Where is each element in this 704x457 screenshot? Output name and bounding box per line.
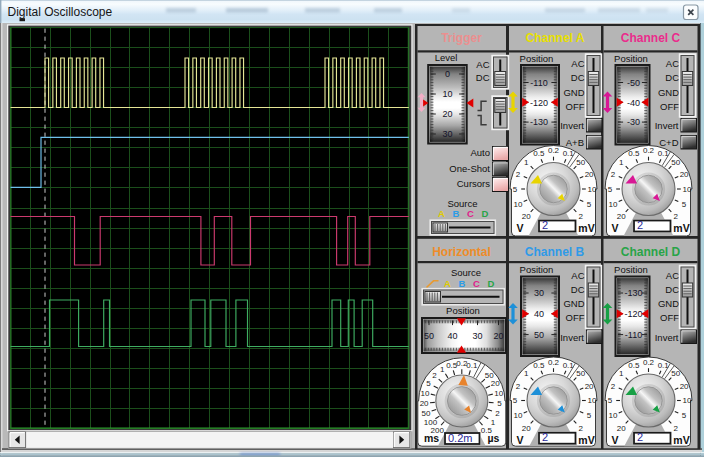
svg-text:Trigger: Trigger (441, 31, 482, 45)
svg-text:GND: GND (658, 87, 679, 98)
svg-text:-50: -50 (627, 78, 640, 88)
svg-text:40: 40 (534, 309, 544, 319)
svg-text:5: 5 (587, 411, 592, 420)
svg-text:100: 100 (424, 418, 438, 427)
svg-text:5: 5 (608, 396, 613, 405)
svg-text:5: 5 (426, 379, 431, 388)
svg-text:20: 20 (522, 212, 531, 221)
svg-text:A: A (444, 278, 451, 289)
svg-text:DC: DC (476, 72, 490, 83)
svg-text:mV: mV (578, 222, 594, 234)
svg-text:2: 2 (578, 212, 583, 221)
svg-text:C+D: C+D (659, 137, 678, 148)
svg-text:10: 10 (683, 185, 692, 194)
svg-text:A: A (438, 208, 445, 219)
svg-text:mV: mV (673, 222, 689, 234)
svg-text:5: 5 (513, 396, 518, 405)
svg-text:5: 5 (497, 399, 502, 408)
svg-text:10: 10 (683, 396, 692, 405)
svg-text:-120: -120 (530, 98, 548, 108)
svg-text:5: 5 (513, 185, 518, 194)
svg-text:10: 10 (420, 389, 429, 398)
svg-text:Invert: Invert (560, 332, 584, 343)
svg-text:Position: Position (614, 53, 648, 64)
svg-text:50: 50 (424, 331, 434, 341)
svg-text:Horizontal: Horizontal (432, 245, 491, 259)
svg-text:Auto: Auto (470, 147, 490, 158)
svg-text:AC: AC (571, 58, 584, 69)
svg-text:Channel A: Channel A (526, 31, 585, 45)
svg-text:30: 30 (534, 288, 544, 298)
svg-text:Channel D: Channel D (621, 245, 681, 259)
svg-text:40: 40 (447, 331, 457, 341)
svg-text:2: 2 (637, 431, 643, 443)
svg-text:-40: -40 (627, 98, 640, 108)
svg-text:D: D (482, 208, 489, 219)
svg-text:Position: Position (520, 264, 554, 275)
svg-text:2: 2 (611, 170, 616, 179)
svg-text:2: 2 (637, 219, 643, 231)
svg-text:50: 50 (422, 409, 431, 418)
svg-text:OFF: OFF (660, 101, 679, 112)
svg-text:10: 10 (608, 411, 617, 420)
svg-text:0.2: 0.2 (548, 146, 560, 155)
svg-text:20: 20 (522, 424, 531, 433)
svg-text:50: 50 (576, 158, 585, 167)
svg-text:AC: AC (571, 270, 584, 281)
svg-text:20: 20 (491, 379, 500, 388)
svg-text:Invert: Invert (655, 332, 679, 343)
svg-text:-130: -130 (624, 288, 642, 298)
svg-text:A+B: A+B (566, 137, 584, 148)
svg-text:30: 30 (472, 331, 482, 341)
svg-text:5: 5 (608, 185, 613, 194)
svg-text:mV: mV (578, 434, 594, 446)
svg-text:10: 10 (608, 200, 617, 209)
svg-text:Position: Position (614, 264, 648, 275)
svg-text:GND: GND (658, 298, 679, 309)
svg-text:DC: DC (665, 284, 679, 295)
svg-text:GND: GND (563, 298, 584, 309)
svg-text:DC: DC (571, 284, 585, 295)
svg-text:DC: DC (571, 72, 585, 83)
svg-text:5: 5 (682, 411, 687, 420)
svg-text:30: 30 (442, 129, 452, 139)
svg-text:5: 5 (587, 200, 592, 209)
svg-text:0.1: 0.1 (466, 361, 478, 370)
svg-text:50: 50 (576, 369, 585, 378)
svg-text:20: 20 (680, 382, 689, 391)
svg-text:2: 2 (432, 371, 437, 380)
svg-text:AC: AC (666, 58, 679, 69)
svg-text:µs: µs (488, 432, 500, 444)
svg-text:Cursors: Cursors (457, 178, 491, 189)
svg-text:0.2: 0.2 (643, 146, 655, 155)
svg-text:-30: -30 (627, 117, 640, 127)
svg-text:10: 10 (588, 185, 597, 194)
svg-text:One-Shot: One-Shot (449, 163, 490, 174)
svg-text:OFF: OFF (566, 101, 585, 112)
svg-text:V: V (611, 222, 618, 234)
svg-text:Position: Position (446, 305, 480, 316)
svg-text:Source: Source (451, 267, 481, 278)
svg-text:B: B (459, 278, 466, 289)
svg-text:10: 10 (442, 89, 452, 99)
svg-text:Invert: Invert (655, 120, 679, 131)
svg-text:D: D (488, 278, 495, 289)
svg-text:20: 20 (585, 170, 594, 179)
svg-text:2: 2 (673, 424, 678, 433)
svg-text:-130: -130 (530, 117, 548, 127)
svg-text:OFF: OFF (660, 312, 679, 323)
svg-text:50: 50 (671, 369, 680, 378)
svg-text:1: 1 (524, 158, 529, 167)
svg-text:20: 20 (617, 212, 626, 221)
svg-text:10: 10 (513, 200, 522, 209)
svg-text:2: 2 (578, 424, 583, 433)
svg-text:mV: mV (673, 434, 689, 446)
svg-text:2: 2 (542, 431, 548, 443)
svg-text:2: 2 (611, 382, 616, 391)
svg-text:20: 20 (442, 109, 452, 119)
svg-text:ms: ms (424, 432, 439, 444)
svg-text:0.5: 0.5 (533, 361, 545, 370)
svg-text:-120: -120 (624, 309, 642, 319)
svg-text:50: 50 (534, 330, 544, 340)
svg-text:AC: AC (666, 270, 679, 281)
